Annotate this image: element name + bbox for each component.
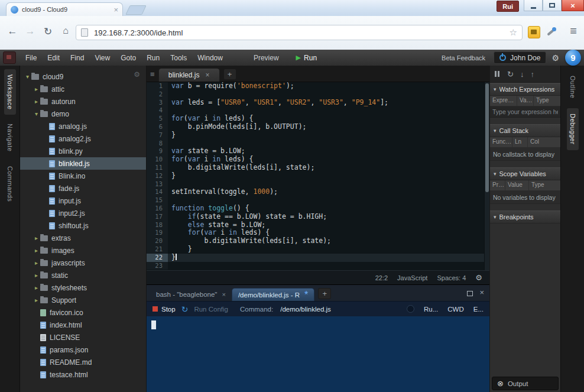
line-number[interactable]: 1 bbox=[147, 82, 168, 90]
user-menu[interactable]: John Doe bbox=[494, 51, 546, 64]
line-number[interactable]: 2 bbox=[147, 90, 168, 99]
tree-item-demo[interactable]: ▾demo bbox=[20, 108, 146, 120]
breakpoints-header[interactable]: ▾ Breakpoints bbox=[490, 210, 560, 223]
code-line-6[interactable]: 6 b.pinMode(leds[i], b.OUTPUT); bbox=[147, 123, 489, 131]
tree-item-blinkled.js[interactable]: blinkled.js bbox=[20, 157, 146, 170]
code-editor[interactable]: 1var b = require('bonescript');23var led… bbox=[147, 82, 489, 270]
new-console-tab-button[interactable]: + bbox=[318, 288, 331, 299]
back-button[interactable]: ← bbox=[5, 25, 20, 37]
code-line-10[interactable]: 10for(var i in leds) { bbox=[147, 155, 489, 164]
code-line-20[interactable]: 20 b.digitalWrite(leds[i], state); bbox=[147, 237, 489, 245]
tree-item-LICENSE[interactable]: LICENSE bbox=[20, 331, 146, 344]
browser-tab[interactable]: cloud9 - Cloud9 × bbox=[6, 2, 123, 16]
line-number[interactable]: 10 bbox=[147, 155, 168, 164]
code-line-7[interactable]: 7} bbox=[147, 131, 489, 140]
column-value[interactable]: Value bbox=[517, 96, 534, 106]
line-number[interactable]: 23 bbox=[147, 262, 168, 270]
line-number[interactable]: 20 bbox=[147, 237, 168, 245]
cwd-button[interactable]: CWD bbox=[447, 306, 463, 313]
step-out-icon[interactable]: ↑ bbox=[530, 70, 534, 79]
line-number[interactable]: 9 bbox=[147, 147, 168, 155]
expand-arrow-icon[interactable]: ▸ bbox=[33, 272, 40, 278]
code-line-2[interactable]: 2 bbox=[147, 90, 489, 99]
tree-item-input.js[interactable]: input.js bbox=[20, 195, 146, 207]
settings-gear-icon[interactable]: ⚙ bbox=[551, 53, 559, 63]
line-number[interactable]: 21 bbox=[147, 245, 168, 254]
tree-item-javascripts[interactable]: ▸javascripts bbox=[20, 257, 146, 269]
tree-item-images[interactable]: ▸images bbox=[20, 244, 146, 257]
indent-setting[interactable]: Spaces: 4 bbox=[437, 274, 466, 281]
expand-arrow-icon[interactable]: ▸ bbox=[33, 98, 40, 105]
line-number[interactable]: 6 bbox=[147, 123, 168, 131]
line-number[interactable]: 13 bbox=[147, 180, 168, 189]
url-bar[interactable]: ☆ bbox=[76, 25, 523, 40]
code-line-12[interactable]: 12} bbox=[147, 172, 489, 180]
watch-expression-input[interactable] bbox=[490, 106, 560, 117]
tree-item-input2.js[interactable]: input2.js bbox=[20, 207, 146, 219]
workspace-settings-icon[interactable]: ⚙ bbox=[134, 70, 140, 79]
scrollbar-thumb[interactable] bbox=[485, 83, 489, 192]
line-number[interactable]: 12 bbox=[147, 172, 168, 180]
forward-button[interactable]: → bbox=[22, 25, 38, 37]
command-input[interactable] bbox=[279, 305, 382, 313]
home-button[interactable]: ⌂ bbox=[58, 25, 73, 36]
line-number[interactable]: 19 bbox=[147, 229, 168, 237]
column-type[interactable]: Type bbox=[529, 180, 560, 190]
code-line-13[interactable]: 13 bbox=[147, 180, 489, 189]
run-config-button[interactable]: Run Config bbox=[194, 306, 228, 313]
menu-goto[interactable]: Goto bbox=[115, 54, 141, 62]
close-circle-icon[interactable]: ⊗ bbox=[497, 379, 504, 388]
console-tab-bash[interactable]: bash - "beaglebone" × bbox=[150, 288, 232, 301]
tree-item-blink.py[interactable]: blink.py bbox=[20, 145, 146, 157]
code-line-18[interactable]: 18 else state = b.LOW; bbox=[147, 221, 489, 229]
expand-arrow-icon[interactable]: ▸ bbox=[33, 86, 40, 92]
restart-icon[interactable]: ↻ bbox=[181, 304, 189, 314]
sidebar-tab-workspace[interactable]: Workspace bbox=[4, 69, 16, 115]
reload-button[interactable]: ↻ bbox=[40, 25, 56, 38]
sidebar-tab-navigate[interactable]: Navigate bbox=[4, 118, 16, 157]
column-value[interactable]: Value bbox=[505, 180, 529, 190]
preview-button[interactable]: Preview bbox=[248, 54, 284, 62]
tree-item-stylesheets[interactable]: ▸stylesheets bbox=[20, 281, 146, 294]
tree-item-cloud9[interactable]: ▾cloud9 bbox=[20, 70, 146, 83]
code-line-11[interactable]: 11 b.digitalWrite(leds[i], state); bbox=[147, 164, 489, 172]
watch-expressions-header[interactable]: ▾ Watch Expressions bbox=[490, 83, 560, 96]
menu-run[interactable]: Run bbox=[141, 54, 165, 62]
expand-arrow-icon[interactable]: ▸ bbox=[33, 284, 40, 291]
line-number[interactable]: 8 bbox=[147, 140, 168, 148]
browser-tab-close-icon[interactable]: × bbox=[113, 5, 118, 14]
line-number[interactable]: 16 bbox=[147, 205, 168, 213]
menu-tools[interactable]: Tools bbox=[165, 54, 192, 62]
tree-item-autorun[interactable]: ▸autorun bbox=[20, 95, 146, 108]
console-tab-close-icon[interactable]: × bbox=[222, 291, 225, 298]
code-line-14[interactable]: 14setInterval(toggle, 1000); bbox=[147, 188, 489, 196]
tree-item-Blink.ino[interactable]: Blink.ino bbox=[20, 170, 146, 182]
code-line-19[interactable]: 19 for(var i in leds) { bbox=[147, 229, 489, 237]
stop-button[interactable]: Stop bbox=[153, 306, 176, 313]
maximize-console-icon[interactable] bbox=[467, 291, 473, 296]
tree-item-favicon.ico[interactable]: favicon.ico bbox=[20, 306, 146, 319]
code-line-4[interactable]: 4 bbox=[147, 106, 489, 115]
terminal-output[interactable] bbox=[147, 316, 489, 392]
code-line-9[interactable]: 9var state = b.LOW; bbox=[147, 147, 489, 155]
profile-button[interactable]: Rui bbox=[497, 1, 519, 12]
pause-icon[interactable] bbox=[495, 70, 501, 79]
new-tab-button[interactable] bbox=[125, 5, 146, 15]
editor-tab-blinkled[interactable]: blinkled.js × bbox=[158, 68, 220, 82]
expand-arrow-icon[interactable]: ▸ bbox=[33, 235, 40, 241]
statusbar-gear-icon[interactable]: ⚙ bbox=[475, 273, 482, 282]
tree-item-static[interactable]: ▸static bbox=[20, 269, 146, 281]
panel-tab-debugger[interactable]: Debugger bbox=[567, 108, 579, 150]
collapse-arrow-icon[interactable]: ▾ bbox=[24, 73, 31, 80]
menu-view[interactable]: View bbox=[89, 54, 115, 62]
line-number[interactable]: 22 bbox=[147, 254, 168, 262]
extension-icon-yellow[interactable] bbox=[528, 26, 540, 38]
bookmark-star-icon[interactable]: ☆ bbox=[510, 27, 517, 38]
step-into-icon[interactable]: ↓ bbox=[520, 70, 524, 79]
browser-menu-icon[interactable]: ≡ bbox=[570, 24, 577, 38]
tree-item-Support[interactable]: ▸Support bbox=[20, 294, 146, 306]
beta-feedback-link[interactable]: Beta Feedback bbox=[442, 54, 485, 61]
code-line-1[interactable]: 1var b = require('bonescript'); bbox=[147, 82, 489, 90]
tree-item-testace.html[interactable]: testace.html bbox=[20, 368, 146, 381]
tree-item-extras[interactable]: ▸extras bbox=[20, 232, 146, 244]
